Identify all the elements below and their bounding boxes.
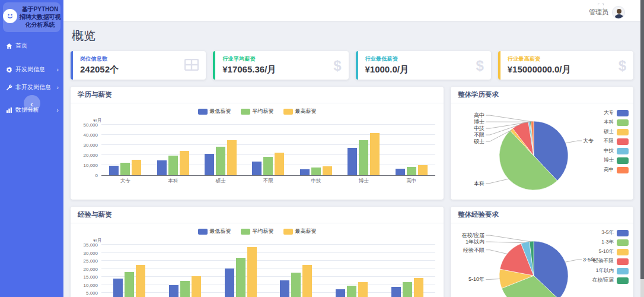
bar[interactable] <box>227 140 237 176</box>
pie-chart-education: 大专本科硕士不限中技博士高中大专本科硕士不限中技博士高中 <box>451 103 633 200</box>
pie-label: 中技 <box>474 125 484 131</box>
page-scrollbar[interactable] <box>640 0 644 297</box>
app-logo: 基于PYTHON招聘大数据可视化分析系统 <box>3 2 60 32</box>
legend-item[interactable]: 最高薪资 <box>283 108 317 115</box>
bar[interactable] <box>280 280 289 297</box>
bar[interactable] <box>109 166 119 175</box>
user-menu[interactable]: 管理员 <box>589 6 625 19</box>
x-tick-label: 硕士 <box>197 178 244 185</box>
stat-card-min-salary: 行业最低薪资 ¥1000.0/月 $ <box>356 51 491 80</box>
legend-item[interactable]: 不限 <box>604 138 629 145</box>
smiley-logo-icon <box>3 9 17 23</box>
bar[interactable] <box>275 153 284 175</box>
y-tick-label: 30,000 <box>74 250 98 255</box>
sidebar-item-nondev-jobs[interactable]: 非开发岗信息 › <box>0 78 63 96</box>
legend-item[interactable]: 大专 <box>604 109 629 116</box>
stat-card-value: ¥17065.36/月 <box>222 64 276 75</box>
legend-item[interactable]: 最低薪资 <box>198 228 231 235</box>
bar[interactable] <box>396 169 405 175</box>
legend-item[interactable]: 5-10年 <box>598 248 629 255</box>
bar[interactable] <box>120 163 130 175</box>
bar[interactable] <box>414 278 423 297</box>
bar[interactable] <box>347 148 357 175</box>
bar[interactable] <box>291 273 301 297</box>
bar[interactable] <box>157 160 167 175</box>
legend-item[interactable]: 在校/应届 <box>592 277 629 284</box>
bar[interactable] <box>370 133 380 175</box>
bar[interactable] <box>180 151 189 175</box>
pie-label: 高中 <box>474 112 484 118</box>
sidebar-item-home[interactable]: 首页 <box>0 37 63 55</box>
legend-item[interactable]: 本科 <box>604 119 629 126</box>
legend-item[interactable]: 中技 <box>604 147 629 154</box>
y-tick-label: 35,000 <box>74 242 98 248</box>
bar[interactable] <box>136 265 145 297</box>
legend-item[interactable]: 博士 <box>604 157 629 164</box>
legend-item[interactable]: 硕士 <box>604 128 629 135</box>
plot-area: 05,00010,00015,00020,00025,00030,00035,0… <box>101 245 435 297</box>
bar[interactable] <box>359 140 368 176</box>
stat-card-label: 行业最低薪资 <box>365 55 409 63</box>
bar[interactable] <box>113 279 123 297</box>
chevron-right-icon: › <box>56 106 59 113</box>
pie-label: 不限 <box>474 132 484 138</box>
bar[interactable] <box>391 287 401 297</box>
bar[interactable] <box>418 165 428 175</box>
bar[interactable] <box>180 281 190 297</box>
sidebar-collapse-button[interactable]: ‹ <box>24 95 40 112</box>
page-content: 概览 岗位信息数 242052个 行业平均薪资 ¥17065.36/月 $ <box>63 21 640 297</box>
charts-row-experience: 经验与薪资 最低薪资平均薪资最高薪资¥/月05,00010,00015,0002… <box>71 207 633 297</box>
sidebar-item-dev-jobs[interactable]: 开发岗信息 › <box>0 61 63 78</box>
fullscreen-icon[interactable] <box>598 1 604 12</box>
y-tick-label: 30,000 <box>74 143 98 148</box>
chevron-right-icon: › <box>56 66 59 73</box>
legend-item[interactable]: 3-5年 <box>601 229 629 236</box>
bar[interactable] <box>311 168 321 175</box>
legend-item[interactable]: 最高薪资 <box>283 228 317 235</box>
pie-label: 5-10年 <box>468 276 484 282</box>
bar[interactable] <box>192 276 201 297</box>
bar-group <box>292 125 340 175</box>
legend-item[interactable]: 高中 <box>604 166 629 173</box>
bar[interactable] <box>323 166 332 175</box>
bar[interactable] <box>336 289 345 297</box>
bar[interactable] <box>403 282 412 297</box>
bar[interactable] <box>216 147 225 175</box>
bar[interactable] <box>225 268 234 297</box>
charts-row-education: 学历与薪资 最低薪资平均薪资最高薪资¥/月010,00020,00030,000… <box>71 87 633 200</box>
y-tick-label: 10,000 <box>74 282 98 287</box>
scrollbar-thumb[interactable] <box>640 0 644 279</box>
bar[interactable] <box>247 247 257 297</box>
pie-label: 经验不限 <box>463 247 484 253</box>
x-tick-label: 大专 <box>101 178 149 185</box>
bar[interactable] <box>236 258 246 297</box>
legend-item[interactable]: 1年以内 <box>596 267 629 274</box>
pie-label: 在校/应届 <box>461 232 484 238</box>
legend-item[interactable]: 平均薪资 <box>241 108 274 115</box>
bar[interactable] <box>300 169 310 175</box>
bar[interactable] <box>347 286 356 297</box>
y-tick-label: 20,000 <box>74 266 98 271</box>
x-tick-label: 博士 <box>340 178 387 185</box>
stat-card-label: 行业平均薪资 <box>222 55 276 63</box>
stat-card-jobs-count: 岗位信息数 242052个 <box>71 51 206 80</box>
bar[interactable] <box>132 160 141 175</box>
y-tick-label: 40,000 <box>74 132 98 138</box>
y-tick-label: 0 <box>74 173 98 178</box>
bar[interactable] <box>205 154 214 175</box>
legend-item[interactable]: 1-3年 <box>601 239 629 246</box>
bar[interactable] <box>125 272 134 297</box>
bar[interactable] <box>169 285 178 297</box>
legend-item[interactable]: 经验不限 <box>594 258 629 265</box>
y-tick-label: 20,000 <box>74 153 98 158</box>
bar[interactable] <box>168 156 178 175</box>
dollar-icon: $ <box>333 59 341 73</box>
bar[interactable] <box>407 167 416 175</box>
legend-item[interactable]: 平均薪资 <box>241 228 274 235</box>
bar[interactable] <box>263 157 273 175</box>
bar-group <box>213 245 269 297</box>
bar[interactable] <box>358 282 368 297</box>
bar[interactable] <box>302 265 312 297</box>
legend-item[interactable]: 最低薪资 <box>198 108 231 115</box>
bar[interactable] <box>252 162 262 175</box>
